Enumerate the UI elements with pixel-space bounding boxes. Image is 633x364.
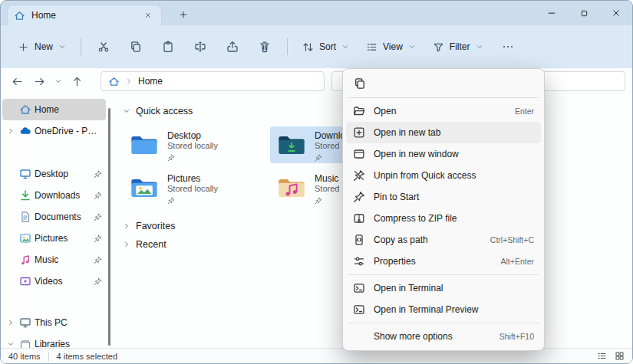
menu-item-label: Pin to Start <box>374 192 526 202</box>
chevron-down-icon <box>123 107 130 115</box>
sidebar-scrollbar[interactable] <box>108 108 110 346</box>
picture-icon <box>19 232 31 244</box>
recent-label: Recent <box>136 239 166 250</box>
context-menu-item-copy-as-path[interactable]: Copy as path Ctrl+Shift+C <box>346 229 541 251</box>
properties-icon <box>353 255 365 267</box>
close-icon <box>612 8 621 18</box>
view-button-label: View <box>383 41 403 52</box>
cut-icon <box>97 41 110 53</box>
sidebar-item-desktop[interactable]: Desktop <box>2 163 106 185</box>
unpin-icon <box>353 169 365 182</box>
minimize-button[interactable] <box>536 1 568 25</box>
filter-icon <box>433 41 444 53</box>
up-button[interactable] <box>67 71 87 92</box>
sidebar-item-label: Pictures <box>35 233 91 244</box>
context-menu-item-show-more-options[interactable]: Show more options Shift+F10 <box>346 326 541 347</box>
sidebar-item-label: Documents <box>35 212 91 222</box>
tab-home[interactable]: Home <box>7 5 162 25</box>
this-pc-monitor-icon <box>19 316 31 329</box>
command-bar: New Sort View Filter <box>1 25 632 68</box>
menu-item-shortcut: Alt+Enter <box>501 257 534 266</box>
sidebar-group-gap <box>1 292 112 312</box>
recent-locations-button[interactable] <box>51 71 65 92</box>
details-view-button[interactable] <box>597 351 607 361</box>
file-explorer-window: Home New Sort View <box>0 0 633 364</box>
sidebar-item-this-pc[interactable]: This PC <box>2 312 106 333</box>
context-menu-item-open-in-new-window[interactable]: Open in new window <box>346 143 541 165</box>
quick-access-label: Quick access <box>136 106 193 116</box>
sidebar-item-music[interactable]: Music <box>2 249 106 271</box>
context-menu-item-open-in-new-tab[interactable]: Open in new tab <box>346 122 541 143</box>
plus-icon <box>18 41 29 53</box>
menu-item-label: Show more options <box>374 331 491 342</box>
chevron-right-icon <box>7 319 15 326</box>
tab-close-button[interactable] <box>141 8 155 22</box>
home-icon <box>108 76 120 87</box>
back-button[interactable] <box>7 71 28 92</box>
pin-icon <box>353 191 365 203</box>
copy-button[interactable] <box>120 33 151 61</box>
close-button[interactable] <box>600 1 632 25</box>
copy-button[interactable] <box>348 74 371 93</box>
pin-icon <box>94 277 102 286</box>
context-menu-item-open-in-terminal[interactable]: Open in Terminal <box>346 277 541 299</box>
sidebar-item-onedrive[interactable]: OneDrive - Perso <box>2 120 106 142</box>
downloads-folder-icon <box>276 132 307 158</box>
sidebar-item-downloads[interactable]: Downloads <box>2 185 106 206</box>
sidebar-item-documents[interactable]: Documents <box>2 206 106 228</box>
context-menu-item-open[interactable]: Open Enter <box>346 100 541 122</box>
toolbar-separator <box>81 38 81 55</box>
chevron-down-icon <box>476 43 483 51</box>
context-menu-item-compress-to-zip[interactable]: Compress to ZIP file <box>346 208 541 229</box>
paste-icon <box>162 41 174 53</box>
home-icon <box>19 103 31 116</box>
sidebar-item-label: Home <box>35 104 102 115</box>
context-menu-item-properties[interactable]: Properties Alt+Enter <box>346 251 541 272</box>
cut-button[interactable] <box>88 33 119 61</box>
see-more-button[interactable] <box>493 33 523 61</box>
forward-icon <box>34 76 45 87</box>
sidebar-item-videos[interactable]: Videos <box>2 271 106 292</box>
context-menu-item-open-in-terminal-preview[interactable]: Open in Terminal Preview <box>346 299 541 320</box>
tile-desktop[interactable]: Desktop Stored locally <box>123 126 269 163</box>
address-bar[interactable]: Home <box>101 71 325 91</box>
chevron-down-icon <box>408 43 416 51</box>
rename-icon <box>194 41 206 53</box>
context-menu-item-unpin-from-quick-access[interactable]: Unpin from Quick access <box>346 165 541 186</box>
context-menu-item-pin-to-start[interactable]: Pin to Start <box>346 186 541 208</box>
window-controls <box>536 1 632 25</box>
chevron-right-icon <box>125 77 133 85</box>
maximize-icon <box>580 9 588 18</box>
tile-pictures[interactable]: Pictures Stored locally <box>123 169 269 206</box>
sidebar-item-pictures[interactable]: Pictures <box>2 228 106 249</box>
menu-item-shortcut: Enter <box>515 107 534 116</box>
new-tab-button[interactable] <box>174 7 193 22</box>
sidebar-item-label: Music <box>35 254 91 265</box>
sidebar: Home OneDrive - Perso Desktop <box>1 94 112 348</box>
delete-button[interactable] <box>249 33 280 61</box>
chevron-right-icon <box>7 127 15 135</box>
new-button-label: New <box>35 41 53 52</box>
tile-subtitle: Stored locally <box>167 184 218 194</box>
share-button[interactable] <box>217 33 248 61</box>
filter-button[interactable]: Filter <box>425 33 491 61</box>
paste-button[interactable] <box>153 33 183 61</box>
context-menu: Open Enter Open in new tab Open in new w… <box>342 68 545 351</box>
maximize-button[interactable] <box>568 1 600 25</box>
sidebar-item-libraries[interactable]: Libraries <box>2 333 106 348</box>
sidebar-item-label: Downloads <box>35 190 91 201</box>
sort-button[interactable]: Sort <box>295 33 357 61</box>
status-divider <box>48 352 49 361</box>
large-icons-view-button[interactable] <box>615 351 625 361</box>
sidebar-item-home[interactable]: Home <box>2 99 106 120</box>
up-icon <box>71 76 83 87</box>
chevron-right-icon <box>123 241 130 248</box>
view-button[interactable]: View <box>358 33 424 61</box>
new-button[interactable]: New <box>10 33 74 61</box>
titlebar: Home <box>1 1 632 25</box>
terminal-icon <box>353 282 365 294</box>
downloads-arrow-icon <box>19 189 31 202</box>
forward-button[interactable] <box>29 71 50 92</box>
menu-separator <box>348 97 539 98</box>
rename-button[interactable] <box>185 33 216 61</box>
